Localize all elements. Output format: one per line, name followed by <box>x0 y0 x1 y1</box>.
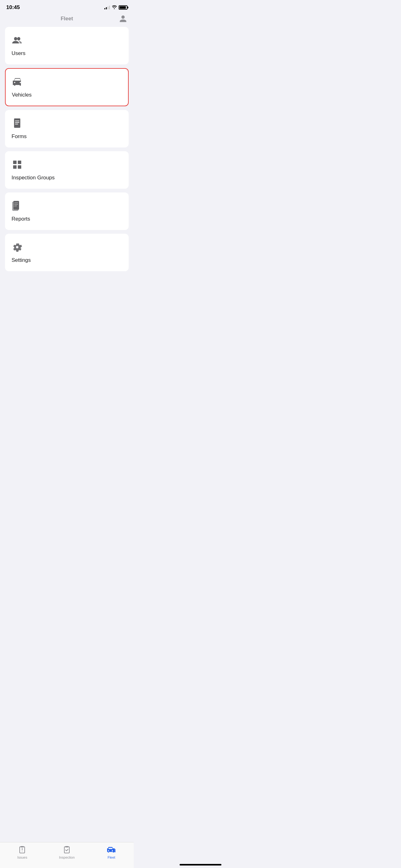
reports-label: Reports <box>11 216 30 222</box>
menu-item-forms[interactable]: Forms <box>5 110 129 148</box>
svg-rect-4 <box>15 122 20 123</box>
svg-point-1 <box>17 37 20 41</box>
status-bar: 10:45 <box>0 0 134 13</box>
status-icons <box>104 5 127 10</box>
svg-rect-6 <box>14 118 20 120</box>
svg-rect-19 <box>13 206 16 207</box>
forms-icon <box>11 118 23 130</box>
users-label: Users <box>11 50 25 57</box>
svg-rect-7 <box>13 161 16 164</box>
vehicles-label: Vehicles <box>12 92 32 98</box>
menu-item-settings[interactable]: Settings <box>5 234 129 271</box>
svg-point-0 <box>14 37 17 41</box>
svg-rect-2 <box>14 119 20 128</box>
users-icon <box>11 35 23 47</box>
svg-rect-5 <box>15 124 18 124</box>
svg-rect-18 <box>13 204 17 205</box>
menu-item-inspection-groups[interactable]: Inspection Groups <box>5 151 129 189</box>
svg-rect-8 <box>18 161 21 164</box>
page-title: Fleet <box>61 16 73 22</box>
nav-header: Fleet <box>0 13 134 26</box>
svg-rect-9 <box>13 165 16 169</box>
svg-rect-10 <box>18 165 21 169</box>
profile-icon[interactable] <box>119 14 127 23</box>
inspection-groups-label: Inspection Groups <box>11 175 55 181</box>
svg-rect-3 <box>15 121 20 121</box>
settings-icon <box>11 242 23 254</box>
reports-icon <box>11 200 23 213</box>
svg-point-20 <box>16 246 19 248</box>
signal-icon <box>104 6 110 9</box>
forms-label: Forms <box>11 133 27 140</box>
battery-icon <box>119 5 127 10</box>
svg-rect-17 <box>13 203 17 204</box>
menu-item-vehicles[interactable]: Vehicles <box>5 68 129 106</box>
status-time: 10:45 <box>6 4 20 11</box>
settings-label: Settings <box>11 257 31 264</box>
car-icon <box>12 76 23 89</box>
wifi-icon <box>112 5 117 10</box>
menu-item-users[interactable]: Users <box>5 27 129 64</box>
menu-item-reports[interactable]: Reports <box>5 192 129 230</box>
person-icon <box>119 15 127 23</box>
grid-icon <box>11 159 23 172</box>
menu-container: Users Vehicles Forms <box>0 27 134 271</box>
bottom-spacer <box>0 271 134 303</box>
